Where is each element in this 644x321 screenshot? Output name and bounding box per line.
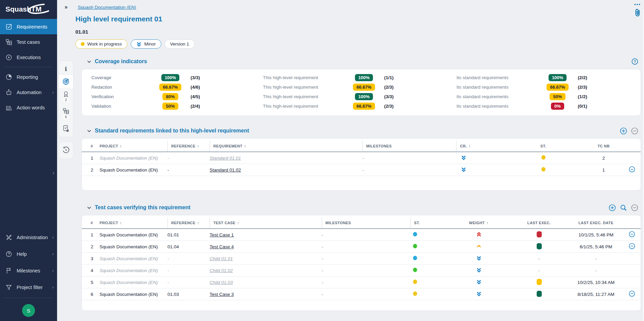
last-exec-cell: - (538, 268, 540, 273)
verifying-test-cases-icon[interactable] (59, 122, 73, 135)
coverage-rate-badge: 0% (551, 103, 564, 110)
collapse-section-icon[interactable] (87, 206, 91, 210)
requirement-link[interactable]: Standard 01.01 (210, 156, 241, 161)
coverage-rate-count: (3/3) (380, 94, 457, 99)
unlink-row-button[interactable] (629, 290, 635, 297)
column-header-project[interactable]: PROJECT↑ (100, 217, 167, 228)
sidebar-item-help[interactable]: Help› (0, 246, 57, 262)
sidebar-item-reporting[interactable]: Reporting (0, 69, 57, 85)
badge-criticality[interactable]: Minor (131, 39, 161, 49)
test-case-link[interactable]: Child 01.02 (210, 268, 233, 273)
sidebar-item-milestones[interactable]: Milestones› (0, 262, 57, 279)
last-exec-cell (537, 279, 542, 286)
chevrons-up-icon (476, 232, 482, 237)
column-header-weight[interactable]: WEIGHT↑ (469, 217, 488, 228)
test-case-link[interactable]: Test Case 4 (210, 244, 234, 249)
sidebar-item-action-words[interactable]: Action words (0, 100, 57, 115)
attachments-paperclip-icon[interactable] (634, 8, 641, 17)
chevrons-down-icon (476, 267, 482, 273)
test-case-row[interactable]: 3Squash Documentation (EN)-Child 01.01--… (82, 253, 641, 265)
last-exec-date-cell: - (595, 256, 597, 261)
sidebar-item-label: Help (17, 251, 27, 257)
test-case-row[interactable]: 5Squash Documentation (EN)-Child 01.03-1… (82, 277, 641, 288)
coverage-rate-label: Validation (91, 104, 154, 109)
reporting-icon (5, 74, 12, 81)
test-case-link[interactable]: Child 01.03 (210, 280, 233, 285)
project-cell: Squash Documentation (EN) (100, 156, 167, 161)
more-actions-button[interactable]: ••• (634, 3, 641, 6)
sidebar-item-requirements[interactable]: Requirements (0, 19, 57, 34)
coverage-rate-count: (2/3) (380, 85, 457, 90)
requirement-link[interactable]: Standard 01.02 (210, 167, 241, 173)
coverage-rate-count: (2/2) (574, 75, 641, 80)
expand-tree-icon[interactable]: » (65, 4, 68, 10)
standard-requirement-row[interactable]: 2Squash Documentation (EN)-Standard 01.0… (82, 164, 641, 176)
section-title-test-cases: Test cases verifying this requirement (95, 204, 191, 211)
scrollbar-track[interactable] (643, 10, 644, 321)
column-header-test-case[interactable]: TEST CASE↑ (210, 217, 322, 228)
history-icon[interactable] (59, 144, 73, 157)
remove-icon[interactable] (631, 127, 638, 135)
row-index: 1 (91, 232, 100, 237)
test-case-row[interactable]: 2Squash Documentation (EN)01.04Test Case… (82, 241, 641, 253)
linked-tree-icon[interactable]: 6 (59, 105, 73, 122)
collapse-section-icon[interactable] (87, 129, 91, 133)
coverage-rate-count: (0/1) (574, 104, 641, 109)
versions-medal-icon[interactable]: 2 (59, 88, 73, 105)
project-cell: Squash Documentation (EN) (100, 232, 167, 237)
entity-header: » Squash Documentation (EN) High level r… (57, 0, 644, 49)
coverage-rate-badge: 100% (355, 93, 373, 100)
unlink-row-button[interactable] (629, 231, 635, 237)
sidebar-collapse-button[interactable]: ‹ (53, 170, 54, 176)
sidebar-item-project-filter[interactable]: Project filter› (0, 279, 57, 296)
milestones-cell: - (322, 292, 384, 297)
collapse-section-icon[interactable] (87, 59, 91, 64)
status-cell (413, 256, 417, 261)
column-header-requirement[interactable]: REQUIREMENT↑ (210, 141, 362, 151)
project-cell: Squash Documentation (EN) (100, 244, 167, 249)
chevron-right-icon: › (52, 251, 54, 256)
page-title: High level requirement 01 (75, 15, 644, 23)
badge-version[interactable]: Version 1 (165, 39, 195, 49)
test-case-link[interactable]: Test Case 3 (210, 292, 234, 297)
sidebar-item-test-cases[interactable]: Test cases (0, 34, 57, 50)
reference-cell: - (167, 256, 210, 261)
add-icon[interactable] (620, 127, 627, 135)
sidebar-item-executions[interactable]: Executions (0, 50, 57, 65)
action-words-icon (5, 104, 12, 111)
user-avatar[interactable]: S (22, 304, 35, 317)
information-icon[interactable]: i (59, 63, 73, 75)
project-cell: Squash Documentation (EN) (100, 292, 167, 297)
row-index: 1 (91, 156, 100, 161)
help-circle-icon[interactable]: ? (631, 58, 638, 65)
column-header-cr-[interactable]: CR.↑ (456, 141, 470, 151)
test-case-row[interactable]: 6Squash Documentation (EN)01.03Test Case… (82, 288, 641, 300)
row-index: 6 (91, 292, 100, 297)
coverage-rate-label: Coverage (91, 75, 154, 80)
row-index: 2 (91, 167, 100, 173)
svg-text:?: ? (634, 59, 636, 64)
add-icon[interactable] (609, 204, 616, 211)
column-header-reference[interactable]: REFERENCE↑ (167, 141, 210, 151)
coverage-target-icon[interactable] (59, 75, 73, 88)
column-header-project[interactable]: PROJECT↑ (100, 141, 167, 151)
milestones-cell: - (362, 167, 422, 173)
breadcrumb[interactable]: Squash Documentation (EN) (78, 5, 136, 10)
column-header-last-exec-: LAST EXEC. (527, 217, 551, 228)
test-case-row[interactable]: 4Squash Documentation (EN)-Child 01.02--… (82, 265, 641, 277)
test-case-link[interactable]: Test Case 1 (210, 232, 234, 237)
test-case-link[interactable]: Child 01.01 (210, 256, 233, 261)
badge-status[interactable]: Work in progress (75, 39, 127, 49)
unlink-row-button[interactable] (629, 166, 635, 173)
standard-requirement-row[interactable]: 1Squash Documentation (EN)-Standard 01.0… (82, 152, 641, 164)
sidebar-item-administration[interactable]: Administration› (0, 229, 57, 246)
test-case-row[interactable]: 1Squash Documentation (EN)01.01Test Case… (82, 229, 641, 241)
search-icon[interactable] (620, 204, 627, 211)
sidebar-item-automation[interactable]: Automation› (0, 85, 57, 100)
unlink-row-button[interactable] (629, 243, 635, 249)
requirement-reference: 01.01 (75, 29, 644, 35)
chevron-right-icon: › (52, 235, 54, 240)
remove-icon[interactable] (631, 204, 638, 211)
app-logo[interactable]: SquashTM (0, 0, 57, 19)
column-header-reference[interactable]: REFERENCE↑ (167, 217, 210, 228)
